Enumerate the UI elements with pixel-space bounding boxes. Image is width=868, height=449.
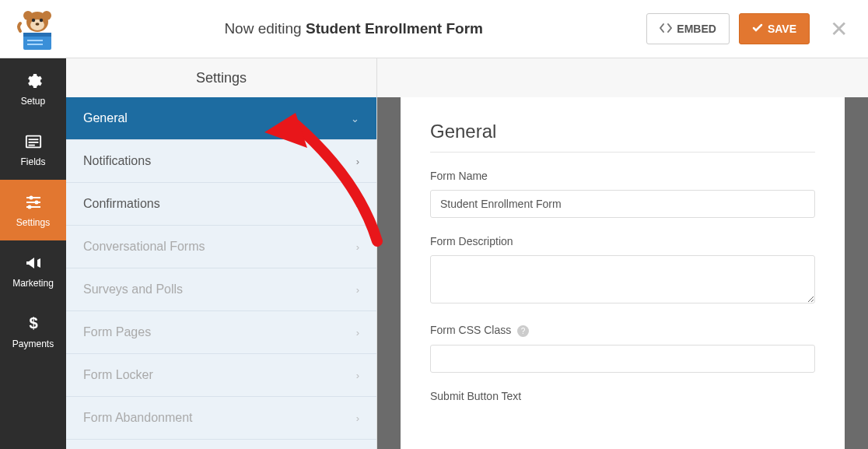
divider [430,152,815,153]
save-label: SAVE [768,23,796,35]
settings-header: Settings [66,58,376,97]
rail-marketing-label: Marketing [12,278,54,289]
code-icon [660,23,672,36]
editing-prefix: Now editing [224,20,301,37]
panel-item-surveys[interactable]: Surveys and Polls › [66,268,376,311]
css-class-label: Form CSS Class [430,324,511,336]
top-bar: Now editing Student Enrollment Form EMBE… [0,0,868,58]
rail-settings[interactable]: Settings [0,180,66,240]
panel-item-notifications[interactable]: Notifications › [66,140,376,183]
workspace: Setup Fields Settings Marketing $ Paymen… [0,58,868,449]
svg-point-6 [36,23,40,26]
chevron-right-icon: › [356,156,359,167]
rail-payments[interactable]: $ Payments [0,301,66,362]
chevron-right-icon: › [356,327,359,339]
panel-label: Form Pages [83,325,151,339]
form-desc-input[interactable] [430,255,815,303]
panel-label: Conversational Forms [83,240,205,254]
content-header-strip [377,58,868,97]
list-icon [23,132,44,152]
rail-payments-label: Payments [12,339,54,349]
css-class-input[interactable] [430,345,815,373]
svg-rect-9 [27,40,43,41]
panel-label: Notifications [83,154,151,168]
form-desc-label: Form Description [430,235,815,247]
dollar-icon: $ [23,314,44,334]
panel-item-formpages[interactable]: Form Pages › [66,311,376,354]
card-heading: General [430,121,815,142]
form-name-input[interactable] [430,190,815,218]
panel-label: General [83,111,128,125]
check-icon [752,23,763,36]
panel-item-general[interactable]: General ⌄ [66,97,376,140]
svg-point-5 [40,18,43,21]
field-form-name: Form Name [430,170,815,218]
help-icon[interactable]: ? [517,325,529,337]
svg-point-1 [23,11,33,20]
rail-fields-label: Fields [20,156,45,167]
panel-label: Confirmations [83,197,160,211]
panel-label: Form Locker [83,368,153,382]
field-form-description: Form Description [430,235,815,307]
rail-fields[interactable]: Fields [0,119,66,180]
panel-item-abandonment[interactable]: Form Abandonment › [66,397,376,440]
rail-setup-label: Setup [21,96,45,107]
svg-text:$: $ [29,315,37,331]
chevron-right-icon: › [356,241,359,253]
panel-item-confirmations[interactable]: Confirmations › [66,183,376,226]
settings-panel[interactable]: General ⌄ Notifications › Confirmations … [66,97,376,449]
icon-rail: Setup Fields Settings Marketing $ Paymen… [0,58,66,449]
submit-btn-label: Submit Button Text [430,390,815,402]
bullhorn-icon [23,253,44,273]
svg-point-18 [34,201,38,205]
chevron-right-icon: › [356,198,359,210]
field-submit-text: Submit Button Text [430,390,815,402]
content-area: General Form Name Form Description Form … [377,58,868,449]
svg-point-2 [42,11,51,20]
embed-label: EMBED [677,23,716,35]
form-name-label: Form Name [430,170,815,182]
panel-item-conversational[interactable]: Conversational Forms › [66,226,376,268]
svg-point-16 [29,196,33,200]
panel-label: Form Abandonment [83,411,193,425]
rail-marketing[interactable]: Marketing [0,240,66,301]
chevron-down-icon: ⌄ [351,113,359,125]
rail-setup[interactable]: Setup [0,58,66,119]
app-logo [14,8,61,51]
close-icon[interactable]: ✕ [824,16,854,42]
panel-label: Surveys and Polls [83,282,183,296]
gear-icon [23,71,44,91]
settings-column: Settings General ⌄ Notifications › Confi… [66,58,377,449]
chevron-right-icon: › [356,412,359,424]
svg-point-20 [27,205,31,209]
editing-form-name: Student Enrollment Form [306,20,483,37]
top-actions: EMBED SAVE ✕ [646,13,854,44]
svg-rect-10 [27,44,43,45]
embed-button[interactable]: EMBED [646,13,730,44]
save-button[interactable]: SAVE [739,13,810,44]
chevron-right-icon: › [356,284,359,296]
chevron-right-icon: › [356,370,359,381]
general-settings-card: General Form Name Form Description Form … [401,97,845,449]
svg-point-4 [32,18,35,21]
field-css-class: Form CSS Class ? [430,324,815,373]
svg-rect-8 [23,33,51,37]
sliders-icon [23,192,44,212]
rail-settings-label: Settings [16,217,50,228]
panel-item-formlocker[interactable]: Form Locker › [66,354,376,397]
editing-title: Now editing Student Enrollment Form [61,20,646,37]
